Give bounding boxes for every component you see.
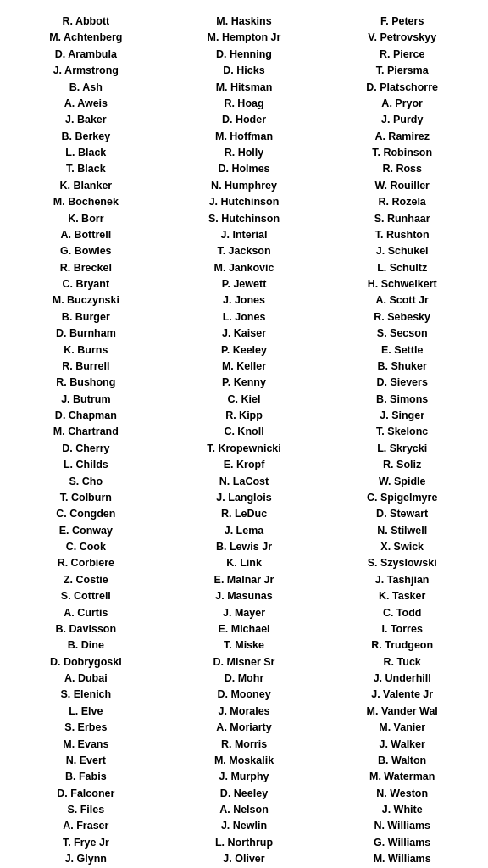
list-item: K. Tasker xyxy=(379,588,425,604)
list-item: D. Stewart xyxy=(376,506,428,522)
list-item: M. Moskalik xyxy=(214,753,274,769)
list-item: Z. Costie xyxy=(64,572,108,588)
list-item: K. Burns xyxy=(64,342,108,359)
list-item: M. Waterman xyxy=(369,769,435,785)
list-item: M. Bochenek xyxy=(53,194,119,210)
list-item: K. Blanker xyxy=(59,178,112,194)
list-item: D. Mohr xyxy=(225,670,264,687)
list-item: D. Neeley xyxy=(220,786,268,802)
list-item: L. Northrup xyxy=(215,835,273,851)
list-item: S. Erbes xyxy=(64,720,107,736)
list-item: S. Hutchinson xyxy=(208,211,280,227)
list-item: D. Cherry xyxy=(62,441,109,457)
list-item: J. Baker xyxy=(65,112,107,128)
list-item: B. Fabis xyxy=(65,769,107,785)
list-item: M. Vanier xyxy=(379,720,425,736)
list-item: E. Settle xyxy=(381,342,423,359)
list-item: S. Elenich xyxy=(60,687,111,703)
list-item: N. Evert xyxy=(66,753,106,769)
list-item: J. Kaiser xyxy=(222,326,266,342)
list-item: S. Runhaar xyxy=(374,211,430,227)
list-item: A. Fraser xyxy=(63,818,108,834)
list-item: D. Sievers xyxy=(376,375,427,391)
list-item: R. Rozela xyxy=(379,194,426,210)
list-item: J. Murphy xyxy=(219,769,269,785)
list-item: L. Skrycki xyxy=(377,441,427,457)
list-item: V. Petrovskyy xyxy=(368,30,436,46)
list-item: X. Swick xyxy=(380,539,424,555)
list-item: R. Hoag xyxy=(224,96,263,112)
list-item: E. Conway xyxy=(59,523,113,539)
list-item: M. Buczynski xyxy=(53,292,119,309)
list-item: L. Black xyxy=(65,145,106,161)
list-item: H. Schweikert xyxy=(368,276,437,292)
list-item: T. Rushton xyxy=(375,227,430,243)
list-item: D. Misner Sr xyxy=(214,654,275,670)
list-item: J. Butrum xyxy=(61,392,110,408)
list-item: J. Oliver xyxy=(223,851,264,867)
list-item: N. LaCost xyxy=(219,474,269,490)
list-item: B. Lewis Jr xyxy=(216,539,272,555)
list-item: N. Williams xyxy=(374,818,430,834)
list-item: J. Lema xyxy=(225,523,264,539)
list-item: F. Peters xyxy=(380,14,424,30)
list-item: D. Falconer xyxy=(57,786,114,802)
list-item: J. Singer xyxy=(380,408,424,424)
list-item: T. Black xyxy=(66,161,106,177)
list-item: L. Jones xyxy=(223,309,266,326)
list-item: L. Schultz xyxy=(377,260,427,276)
list-item: L. Elve xyxy=(69,704,103,720)
list-item: B. Simons xyxy=(376,392,428,408)
list-item: E. Michael xyxy=(218,621,269,637)
list-item: T. Colburn xyxy=(60,490,112,506)
list-item: C. Kiel xyxy=(228,392,261,408)
list-item: S. Cho xyxy=(69,474,103,490)
list-item: C. Todd xyxy=(383,605,422,621)
list-item: K. Link xyxy=(226,555,262,571)
list-item: N. Stilwell xyxy=(377,523,427,539)
list-item: M. Keller xyxy=(222,359,266,375)
list-item: M. Hoffman xyxy=(215,129,273,145)
list-item: J. White xyxy=(382,802,423,818)
list-item: J. Masunas xyxy=(215,588,272,604)
list-item: R. LeDuc xyxy=(221,506,267,522)
list-item: D. Henning xyxy=(216,47,272,63)
list-item: N. Weston xyxy=(376,786,428,802)
list-item: P. Jewett xyxy=(222,276,267,292)
list-item: K. Borr xyxy=(68,211,103,227)
list-item: G. Williams xyxy=(374,835,430,851)
list-item: M. Chartrand xyxy=(53,424,119,440)
list-item: M. Haskins xyxy=(216,14,271,30)
list-item: C. Cook xyxy=(66,539,106,555)
list-item: R. Holly xyxy=(225,145,264,161)
list-item: J. Glynn xyxy=(65,851,107,867)
list-item: D. Holmes xyxy=(218,161,269,177)
list-item: R. Pierce xyxy=(380,47,425,63)
column-2: M. HaskinsM. Hempton JrD. HenningD. Hick… xyxy=(165,14,324,868)
list-item: L. Childs xyxy=(64,457,108,473)
list-item: C. Knoll xyxy=(224,424,263,440)
list-item: R. Burrell xyxy=(62,359,109,375)
column-3: F. PetersV. PetrovskyyR. PierceT. Piersm… xyxy=(323,14,481,868)
list-item: R. Sebesky xyxy=(374,309,430,326)
list-item: R. Trudgeon xyxy=(371,637,433,654)
list-item: S. Files xyxy=(67,802,104,818)
list-item: R. Abbott xyxy=(62,14,109,30)
list-item: J. Newlin xyxy=(221,818,267,834)
list-item: R. Tuck xyxy=(384,654,421,670)
list-item: C. Congden xyxy=(56,506,115,522)
list-item: I. Torres xyxy=(381,621,422,637)
list-item: A. Ramirez xyxy=(374,129,430,145)
list-item: P. Keeley xyxy=(221,342,267,359)
list-item: A. Nelson xyxy=(219,802,269,818)
list-item: M. Williams xyxy=(374,851,431,867)
list-item: S. Szyslowski xyxy=(368,555,437,571)
list-item: M. Jankovic xyxy=(214,260,274,276)
list-item: T. Skelonc xyxy=(376,424,428,440)
list-item: A. Bottrell xyxy=(60,227,111,243)
list-item: A. Scott Jr xyxy=(375,292,429,309)
list-item: M. Hitsman xyxy=(216,80,273,96)
list-item: A. Pryor xyxy=(381,96,423,112)
list-item: J. Schukei xyxy=(376,243,429,259)
list-item: D. Chapman xyxy=(55,408,117,424)
